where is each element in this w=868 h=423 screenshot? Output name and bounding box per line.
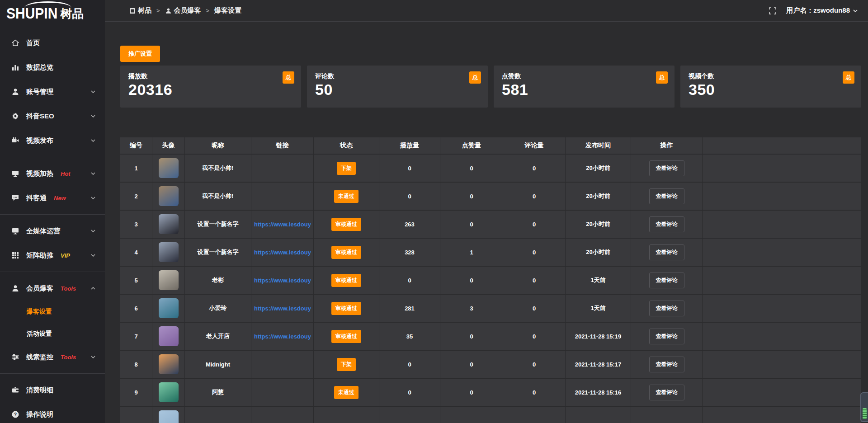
sidebar-item-线索监控[interactable]: 线索监控Tools [0, 345, 105, 369]
stat-value: 20316 [128, 81, 293, 99]
cell-avatar [152, 267, 185, 294]
video-link[interactable]: https://www.iesdouyin.c [254, 221, 311, 228]
video-link[interactable]: https://www.iesdouyin.c [254, 333, 311, 340]
view-comments-button[interactable]: 查看评论 [649, 273, 684, 288]
cell-likes: 0 [440, 379, 503, 406]
cell-likes: 0 [440, 183, 503, 210]
stats-cards: 播放数20316总评论数50总点赞数581总视频个数350总 [120, 66, 861, 108]
cell-status: 审核通过 [314, 211, 379, 238]
view-comments-button[interactable]: 查看评论 [649, 160, 684, 176]
cell-link: https://www.iesdouyin.c [251, 211, 314, 238]
view-comments-button[interactable]: 查看评论 [649, 301, 684, 316]
cell-plays: 281 [379, 295, 440, 322]
cell-link [251, 155, 314, 182]
member-icon [11, 284, 19, 293]
table-row: 5老彬https://www.iesdouyin.c审核通过0001天前查看评论 [120, 267, 861, 295]
cell-status [314, 407, 379, 423]
cell-link: https://www.iesdouyin.c [251, 267, 314, 294]
chevron-down-icon [853, 8, 858, 14]
stat-value: 350 [689, 81, 853, 99]
floating-widget[interactable] [860, 392, 868, 422]
table-header-row: 编号头像昵称链接状态播放量点赞量评论量发布时间操作 [120, 137, 861, 155]
sidebar-item-label: 消费明细 [26, 386, 53, 395]
video-link[interactable]: https://www.iesdouyin.c [254, 249, 311, 256]
cell-avatar [152, 295, 185, 322]
sidebar-item-label: 抖音SEO [26, 112, 54, 121]
sidebar-item-操作说明[interactable]: ?操作说明 [0, 402, 105, 423]
sidebar-item-矩阵助推[interactable]: 矩阵助推VIP [0, 243, 105, 268]
table-row: 2我不是小帅!未通过00020小时前查看评论 [120, 183, 861, 211]
column-header-头像: 头像 [152, 137, 185, 154]
cell-empty [703, 379, 861, 406]
column-header-链接: 链接 [251, 137, 314, 154]
sidebar-item-会员爆客[interactable]: 会员爆客Tools [0, 276, 105, 301]
fullscreen-icon[interactable] [769, 7, 776, 14]
sidebar-item-抖客通[interactable]: 抖客通New [0, 186, 105, 210]
cell-id: 3 [120, 211, 152, 238]
column-header-播放量: 播放量 [379, 137, 440, 154]
cell-nickname: 老彬 [185, 267, 251, 294]
cell-nickname: 阿慧 [185, 379, 251, 406]
sidebar-item-tag: Hot [61, 170, 71, 177]
cell-action: 查看评论 [631, 379, 703, 406]
stat-card-评论数: 评论数50总 [307, 66, 488, 108]
view-comments-button[interactable]: 查看评论 [649, 244, 684, 260]
sidebar-item-视频发布[interactable]: 视频发布 [0, 128, 105, 153]
cell-plays: 35 [379, 323, 440, 350]
cell-time: 20小时前 [566, 183, 631, 210]
username-dropdown[interactable]: 用户名：zswodun88 [786, 6, 858, 15]
avatar [159, 326, 179, 346]
videos-table: 编号头像昵称链接状态播放量点赞量评论量发布时间操作1我不是小帅!下架00020小… [120, 137, 861, 423]
grid-icon [11, 251, 19, 260]
cell-avatar [152, 239, 185, 266]
sidebar-item-全媒体运营[interactable]: 全媒体运营 [0, 219, 105, 243]
sidebar-subitem-活动设置[interactable]: 活动设置 [0, 323, 105, 345]
sidebar-item-视频加热[interactable]: 视频加热Hot [0, 161, 105, 186]
app-logo[interactable]: SHUPIN 树品 [0, 0, 105, 27]
avatar [159, 214, 179, 234]
view-comments-button[interactable]: 查看评论 [649, 385, 684, 400]
stat-label: 播放数 [128, 72, 293, 80]
view-comments-button[interactable]: 查看评论 [649, 329, 684, 344]
view-comments-button[interactable]: 查看评论 [649, 357, 684, 372]
breadcrumb-item-树品[interactable]: 树品 [129, 6, 151, 15]
stat-card-播放数: 播放数20316总 [120, 66, 301, 108]
video-link[interactable]: https://www.iesdouyin.c [254, 277, 311, 284]
sidebar-item-label: 线索监控 [26, 353, 53, 362]
avatar [159, 354, 179, 374]
sidebar-divider [0, 272, 105, 272]
breadcrumb-item-爆客设置[interactable]: 爆客设置 [214, 6, 241, 15]
sidebar-item-账号管理[interactable]: 账号管理 [0, 80, 105, 104]
table-row: 1我不是小帅!下架00020小时前查看评论 [120, 155, 861, 183]
cell-likes: 0 [440, 211, 503, 238]
widget-bars-icon [863, 408, 867, 419]
cell-action: 查看评论 [631, 267, 703, 294]
cell-avatar [152, 211, 185, 238]
sidebar-item-label: 数据总览 [26, 63, 53, 72]
sidebar-item-首页[interactable]: 首页 [0, 31, 105, 55]
cell-action [631, 407, 703, 423]
cell-nickname: 设置一个新名字 [185, 239, 251, 266]
sidebar-subitem-爆客设置[interactable]: 爆客设置 [0, 301, 105, 323]
sidebar-divider [0, 157, 105, 157]
status-badge: 审核通过 [331, 302, 361, 315]
cell-comments: 0 [503, 155, 566, 182]
sidebar-divider [0, 373, 105, 374]
sidebar-item-抖音SEO[interactable]: 抖音SEO [0, 104, 105, 128]
cell-status: 未通过 [314, 183, 379, 210]
view-comments-button[interactable]: 查看评论 [649, 216, 684, 232]
cell-plays: 263 [379, 211, 440, 238]
cell-avatar [152, 379, 185, 406]
cell-avatar [152, 407, 185, 423]
column-header-状态: 状态 [314, 137, 379, 154]
sidebar-item-label: 抖客通 [26, 194, 47, 202]
sidebar-item-消费明细[interactable]: 消费明细 [0, 378, 105, 402]
sidebar-item-数据总览[interactable]: 数据总览 [0, 55, 105, 80]
breadcrumb-item-会员爆客[interactable]: 会员爆客 [165, 6, 201, 15]
view-comments-button[interactable]: 查看评论 [649, 188, 684, 204]
avatar [159, 382, 179, 402]
video-link[interactable]: https://www.iesdouyin.c [254, 305, 311, 312]
cell-plays: 0 [379, 155, 440, 182]
chevron-down-icon [90, 354, 96, 360]
promo-settings-button[interactable]: 推广设置 [120, 46, 160, 62]
